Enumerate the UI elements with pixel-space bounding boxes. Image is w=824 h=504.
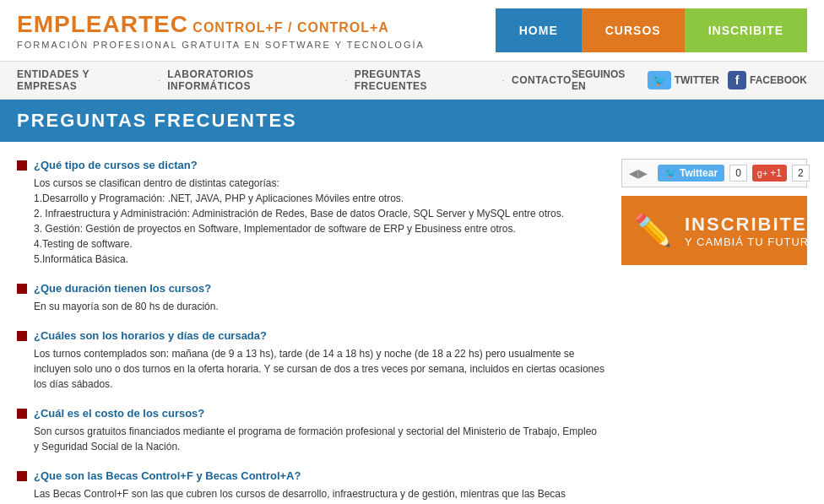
gplus-share-count: 2 (792, 165, 810, 182)
main-content: ¿Qué tipo de cursos se dictan? Los curso… (0, 142, 824, 504)
inscribite-arrow-icon: ▶ (810, 215, 822, 234)
faq-bullet-5 (17, 471, 27, 481)
inscribite-text-area: INSCRIBITE ▶ Y CAMBIÁ TU FUTURO (685, 214, 822, 248)
seguinos-label: SEGUINOS EN (572, 68, 639, 92)
faq-bullet-3 (17, 331, 27, 341)
faq-q-text-3: ¿Cuáles son los horarios y días de cursa… (34, 329, 267, 342)
gplus-icon: g+ (757, 168, 768, 178)
logo-main: EMPLEARTEC (17, 11, 188, 37)
nav-laboratorios[interactable]: LABORATORIOS INFORMÁTICOS (167, 68, 338, 92)
facebook-icon: f (728, 71, 746, 89)
pencil-icon: ✏️ (634, 213, 672, 248)
faq-area: ¿Qué tipo de cursos se dictan? Los curso… (17, 159, 604, 504)
twitter-share-count: 0 (729, 165, 747, 182)
faq-question-1: ¿Qué tipo de cursos se dictan? (17, 159, 604, 171)
faq-q-text-5: ¿Que son las Becas Control+F y Becas Con… (34, 469, 301, 482)
secondary-nav: ENTIDADES Y EMPRESAS · LABORATORIOS INFO… (0, 62, 824, 100)
logo-subtitle: FORMACIÓN PROFESIONAL GRATUITA EN SOFTWA… (17, 40, 425, 50)
nav-buttons: HOME CURSOS INSCRIBITE (496, 8, 807, 52)
gplus-share-button[interactable]: g+ +1 (752, 165, 787, 182)
inscribite-nav-button[interactable]: INSCRIBITE (685, 8, 807, 52)
faq-item-2: ¿Que duración tienen los cursos? En su m… (17, 282, 604, 314)
page-title-bar: PREGUNTAS FRECUENTES (0, 100, 824, 142)
faq-question-2: ¿Que duración tienen los cursos? (17, 282, 604, 295)
cursos-button[interactable]: CURSOS (582, 8, 685, 52)
faq-question-5: ¿Que son las Becas Control+F y Becas Con… (17, 469, 604, 482)
header: EMPLEARTEC CONTROL+F / CONTROL+A FORMACI… (0, 0, 824, 62)
logo-area: EMPLEARTEC CONTROL+F / CONTROL+A FORMACI… (17, 11, 425, 50)
faq-bullet-2 (17, 284, 27, 294)
twitter-label: TWITTER (675, 74, 719, 86)
nav-entidades[interactable]: ENTIDADES Y EMPRESAS (17, 68, 151, 92)
inscribite-banner[interactable]: ✏️ INSCRIBITE ▶ Y CAMBIÁ TU FUTURO (621, 196, 807, 265)
social-area: SEGUINOS EN 🐦 TWITTER f FACEBOOK (572, 68, 807, 92)
nav-arrows-icon: ◀▶ (629, 166, 648, 180)
faq-bullet-1 (17, 160, 27, 171)
faq-answer-4: Son cursos gratuitos financiados mediant… (34, 424, 604, 454)
gplus-plus-label: +1 (770, 167, 782, 179)
faq-item-5: ¿Que son las Becas Control+F y Becas Con… (17, 469, 604, 504)
twitter-share-label: Twittear (680, 167, 718, 179)
faq-answer-5: Las Becas Control+F son las que cubren l… (34, 486, 604, 504)
facebook-link[interactable]: f FACEBOOK (728, 71, 807, 89)
page-title: PREGUNTAS FRECUENTES (17, 110, 807, 132)
twitter-bird-icon: 🐦 (648, 71, 671, 89)
nav-contacto[interactable]: CONTACTO (512, 74, 572, 86)
home-button[interactable]: HOME (496, 8, 582, 52)
faq-bullet-4 (17, 409, 27, 419)
inscribite-main-label: INSCRIBITE (685, 214, 807, 236)
nav-preguntas[interactable]: PREGUNTAS FRECUENTES (355, 68, 496, 92)
faq-q-text-1: ¿Qué tipo de cursos se dictan? (34, 159, 198, 171)
sidebar: ◀▶ 🐦 Twittear 0 g+ +1 2 ✏️ INSCRIBITE ▶ (621, 159, 807, 504)
faq-answer-1: Los cursos se clasifican dentro de disti… (34, 176, 604, 267)
twitter-share-button[interactable]: 🐦 Twittear (658, 165, 724, 182)
twitter-link[interactable]: 🐦 TWITTER (648, 71, 719, 89)
logo-accent: CONTROL+F / CONTROL+A (188, 20, 389, 35)
sep3: · (502, 74, 505, 86)
faq-item-1: ¿Qué tipo de cursos se dictan? Los curso… (17, 159, 604, 267)
faq-answer-3: Los turnos contemplados son: mañana (de … (34, 346, 604, 392)
faq-answer-2: En su mayoría son de 80 hs de duración. (34, 299, 604, 314)
faq-item-4: ¿Cuál es el costo de los cursos? Son cur… (17, 407, 604, 454)
social-share-widget: ◀▶ 🐦 Twittear 0 g+ +1 2 (621, 159, 807, 187)
sep1: · (158, 74, 160, 86)
facebook-label: FACEBOOK (750, 74, 807, 86)
sep2: · (344, 74, 347, 86)
twitter-bird-share-icon: 🐦 (664, 167, 677, 179)
faq-question-3: ¿Cuáles son los horarios y días de cursa… (17, 329, 604, 342)
logo-title: EMPLEARTEC CONTROL+F / CONTROL+A (17, 11, 425, 38)
faq-item-3: ¿Cuáles son los horarios y días de cursa… (17, 329, 604, 392)
faq-q-text-2: ¿Que duración tienen los cursos? (34, 282, 211, 295)
faq-q-text-4: ¿Cuál es el costo de los cursos? (34, 407, 204, 420)
faq-question-4: ¿Cuál es el costo de los cursos? (17, 407, 604, 420)
inscribite-sub-label: Y CAMBIÁ TU FUTURO (685, 236, 822, 248)
